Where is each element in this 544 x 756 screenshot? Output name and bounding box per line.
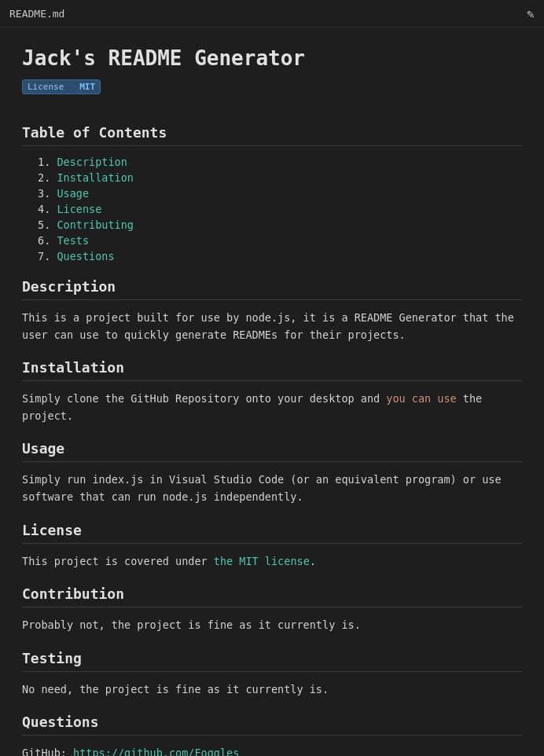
toc-item-3: Usage [38,187,522,200]
main-content: Jack's README Generator License MIT Tabl… [0,28,544,756]
toc-link-description[interactable]: Description [57,156,127,168]
edit-icon[interactable]: ✎ [527,6,535,21]
installation-highlight: you can use [386,392,456,405]
tab-bar: README.md ✎ [0,0,544,28]
license-text-after: . [310,555,316,567]
toc-item-6: Tests [38,234,522,247]
questions-heading: Questions [22,714,522,736]
toc-item-7: Questions [38,250,522,262]
toc-item-1: Description [38,156,522,168]
description-text: This is a project built for use by node.… [22,310,522,343]
description-heading: Description [22,278,522,300]
badge-label: License [28,82,64,92]
toc-item-2: Installation [38,171,522,184]
license-highlight: the MIT license [214,555,310,567]
toc-link-tests[interactable]: Tests [57,234,89,247]
questions-section: Questions GitHub: https://github.com/Fog… [22,714,522,756]
github-link[interactable]: https://github.com/Foggles [73,747,239,756]
installation-text: Simply clone the GitHub Repository onto … [22,391,522,424]
license-text: This project is covered under the MIT li… [22,553,522,571]
description-section: Description This is a project built for … [22,278,522,343]
toc-link-installation[interactable]: Installation [57,171,134,184]
toc-link-license[interactable]: License [57,203,101,215]
usage-text: Simply run index.js in Visual Studio Cod… [22,472,522,505]
installation-section: Installation Simply clone the GitHub Rep… [22,359,522,424]
page-title: Jack's README Generator [22,46,522,70]
testing-text: No need, the project is fine as it curre… [22,681,522,699]
toc-item-4: License [38,203,522,215]
contribution-heading: Contribution [22,585,522,607]
installation-heading: Installation [22,359,522,381]
toc-link-usage[interactable]: Usage [57,187,89,200]
badge-value: MIT [79,82,95,92]
license-section: License This project is covered under th… [22,522,522,571]
contribution-section: Contribution Probably not, the project i… [22,585,522,634]
tab-title: README.md [9,8,64,20]
toc-link-contributing[interactable]: Contributing [57,218,134,231]
usage-section: Usage Simply run index.js in Visual Stud… [22,440,522,505]
github-info: GitHub: https://github.com/Foggles Devel… [22,745,522,756]
testing-section: Testing No need, the project is fine as … [22,650,522,699]
testing-heading: Testing [22,650,522,672]
toc-list: Description Installation Usage License C… [22,156,522,262]
github-line: GitHub: https://github.com/Foggles [22,745,522,756]
installation-text-before: Simply clone the GitHub Repository onto … [22,392,386,405]
toc-item-5: Contributing [38,218,522,231]
toc-link-questions[interactable]: Questions [57,250,114,262]
license-text-before: This project is covered under [22,555,214,567]
license-badge: License MIT [22,79,101,94]
contribution-text: Probably not, the project is fine as it … [22,617,522,634]
usage-heading: Usage [22,440,522,462]
toc-heading: Table of Contents [22,124,522,146]
toc-section: Table of Contents Description Installati… [22,124,522,262]
license-heading: License [22,522,522,544]
github-label: GitHub: [22,747,73,756]
